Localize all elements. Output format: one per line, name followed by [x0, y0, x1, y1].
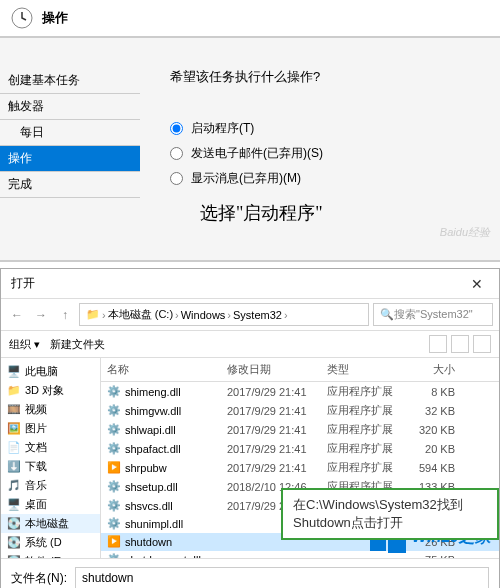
view-icon[interactable] — [429, 335, 447, 353]
up-arrow-icon[interactable]: ↑ — [55, 305, 75, 325]
close-icon[interactable]: ✕ — [465, 276, 489, 292]
file-header: 名称 修改日期 类型 大小 — [101, 358, 499, 382]
file-name: shsvcs.dll — [125, 500, 173, 512]
panel-header: 操作 — [0, 0, 500, 38]
file-type: 应用程序扩展 — [321, 383, 401, 400]
tree-item[interactable]: 💽系统 (D — [1, 533, 100, 552]
task-scheduler-panel: 操作 创建基本任务 触发器 每日 操作 完成 希望该任务执行什么操作? 启动程序… — [0, 0, 500, 262]
radio-show-message[interactable]: 显示消息(已弃用)(M) — [170, 166, 500, 191]
tree-item[interactable]: 🎵音乐 — [1, 476, 100, 495]
image-icon: 🖼️ — [7, 422, 21, 436]
radio-label: 启动程序(T) — [191, 120, 254, 137]
disk-icon: 💽 — [7, 517, 21, 531]
tree-label: 桌面 — [25, 497, 47, 512]
file-date: 2017/9/29 21:41 — [221, 385, 321, 399]
preview-icon[interactable] — [451, 335, 469, 353]
file-icon: ⚙️ — [107, 517, 121, 531]
radio-input[interactable] — [170, 147, 183, 160]
radio-input[interactable] — [170, 172, 183, 185]
col-type[interactable]: 类型 — [321, 358, 401, 381]
tree-item[interactable]: 💽本地磁盘 — [1, 514, 100, 533]
tree-label: 视频 — [25, 402, 47, 417]
organize-button[interactable]: 组织 ▾ — [9, 337, 40, 352]
file-icon: ⚙️ — [107, 404, 121, 418]
dialog-title: 打开 — [11, 275, 35, 292]
tree-item[interactable]: ⬇️下载 — [1, 457, 100, 476]
file-name: shutdown — [125, 536, 172, 548]
file-list: 名称 修改日期 类型 大小 ⚙️shimeng.dll2017/9/29 21:… — [101, 358, 499, 558]
file-icon: ⚙️ — [107, 480, 121, 494]
file-size: 320 KB — [401, 423, 461, 437]
file-type: 应用程序扩展 — [321, 459, 401, 476]
file-icon: ⚙️ — [107, 385, 121, 399]
tree-item[interactable]: 🖥️此电脑 — [1, 362, 100, 381]
panel-title: 操作 — [42, 9, 68, 27]
filename-label: 文件名(N): — [11, 570, 67, 587]
sidebar-item-create[interactable]: 创建基本任务 — [0, 68, 140, 94]
disk-icon: 💽 — [7, 555, 21, 559]
tree-label: 此电脑 — [25, 364, 58, 379]
search-input[interactable]: 🔍 搜索"System32" — [373, 303, 493, 326]
tree-item[interactable]: 📁3D 对象 — [1, 381, 100, 400]
file-name: shimeng.dll — [125, 386, 181, 398]
file-type: 应用程序扩展 — [321, 402, 401, 419]
file-date — [221, 541, 321, 543]
sidebar-item-finish[interactable]: 完成 — [0, 172, 140, 198]
doc-icon: 📄 — [7, 441, 21, 455]
folder-icon: 📁 — [7, 384, 21, 398]
filename-input[interactable] — [75, 567, 489, 588]
filename-bar: 文件名(N): — [1, 558, 499, 588]
new-folder-button[interactable]: 新建文件夹 — [50, 337, 105, 352]
sidebar-item-trigger[interactable]: 触发器 — [0, 94, 140, 120]
file-row[interactable]: ⚙️shpafact.dll2017/9/29 21:41应用程序扩展20 KB — [101, 439, 499, 458]
open-file-dialog: 打开 ✕ ← → ↑ 📁 › 本地磁盘 (C:) › Windows › Sys… — [0, 268, 500, 588]
tree-item[interactable]: 🎞️视频 — [1, 400, 100, 419]
file-row[interactable]: ⚙️shlwapi.dll2017/9/29 21:41应用程序扩展320 KB — [101, 420, 499, 439]
file-size: 594 KB — [401, 461, 461, 475]
tree-item[interactable]: 📄文档 — [1, 438, 100, 457]
file-name: shlwapi.dll — [125, 424, 176, 436]
tree-label: 系统 (D — [25, 535, 62, 550]
help-icon[interactable] — [473, 335, 491, 353]
file-size: 8 KB — [401, 385, 461, 399]
radio-start-program[interactable]: 启动程序(T) — [170, 116, 500, 141]
radio-input[interactable] — [170, 122, 183, 135]
col-name[interactable]: 名称 — [101, 358, 221, 381]
sidebar-item-action[interactable]: 操作 — [0, 146, 140, 172]
file-date: 2017/9/29 21:41 — [221, 442, 321, 456]
breadcrumb-part[interactable]: 本地磁盘 (C:) — [108, 307, 173, 322]
forward-arrow-icon[interactable]: → — [31, 305, 51, 325]
instruction-callout: 在C:\Windows\System32找到Shutdown点击打开 — [281, 488, 499, 540]
tree-item[interactable]: 💽软件 (E: — [1, 552, 100, 558]
file-row[interactable]: ⚙️shimgvw.dll2017/9/29 21:41应用程序扩展32 KB — [101, 401, 499, 420]
disk-icon: 💽 — [7, 536, 21, 550]
sidebar-item-daily[interactable]: 每日 — [0, 120, 140, 146]
nav-tree: 🖥️此电脑📁3D 对象🎞️视频🖼️图片📄文档⬇️下载🎵音乐🖥️桌面💽本地磁盘💽系… — [1, 358, 101, 558]
tree-item[interactable]: 🖼️图片 — [1, 419, 100, 438]
file-row[interactable]: ▶️shrpubw2017/9/29 21:41应用程序扩展594 KB — [101, 458, 499, 477]
instruction-caption: 选择"启动程序" — [170, 201, 500, 225]
nav-bar: ← → ↑ 📁 › 本地磁盘 (C:) › Windows › System32… — [1, 299, 499, 331]
col-size[interactable]: 大小 — [401, 358, 461, 381]
file-icon: ⚙️ — [107, 553, 121, 558]
breadcrumb-part[interactable]: System32 — [233, 309, 282, 321]
tree-item[interactable]: 🖥️桌面 — [1, 495, 100, 514]
radio-send-email[interactable]: 发送电子邮件(已弃用)(S) — [170, 141, 500, 166]
col-date[interactable]: 修改日期 — [221, 358, 321, 381]
file-date: 2017/9/29 21:41 — [221, 423, 321, 437]
file-size: 20 KB — [401, 442, 461, 456]
file-icon: ▶️ — [107, 535, 121, 549]
breadcrumb[interactable]: 📁 › 本地磁盘 (C:) › Windows › System32 › — [79, 303, 369, 326]
file-size: 32 KB — [401, 404, 461, 418]
file-date: 2017/9/29 21:41 — [221, 461, 321, 475]
breadcrumb-part[interactable]: Windows — [181, 309, 226, 321]
file-type: 应用程序扩展 — [321, 440, 401, 457]
back-arrow-icon[interactable]: ← — [7, 305, 27, 325]
file-name: shunimpl.dll — [125, 518, 183, 530]
tree-label: 文档 — [25, 440, 47, 455]
file-name: shrpubw — [125, 462, 167, 474]
search-placeholder: 搜索"System32" — [394, 307, 473, 322]
tree-label: 下载 — [25, 459, 47, 474]
file-row[interactable]: ⚙️shimeng.dll2017/9/29 21:41应用程序扩展8 KB — [101, 382, 499, 401]
file-date: 2017/9/29 21:41 — [221, 404, 321, 418]
